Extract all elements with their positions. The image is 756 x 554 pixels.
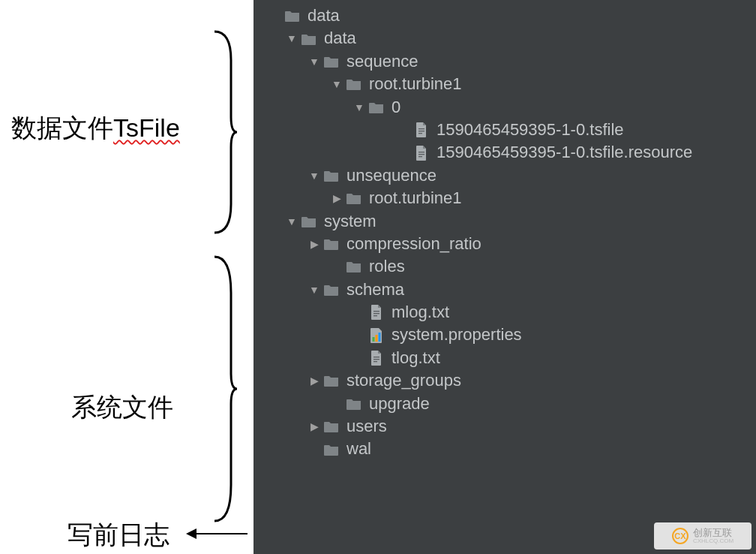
tree-row-label: system [324,210,376,233]
svg-rect-11 [379,333,381,342]
tree-row-label: sequence [346,50,418,73]
tree-row[interactable]: data [254,5,756,27]
label-tsfile-text: TsFile [113,113,180,142]
file-icon [412,145,430,161]
chevron-right-icon[interactable]: ▶ [306,369,322,392]
tree-row-label: schema [346,279,404,301]
label-wal-log: 写前日志 [68,518,170,552]
folder-icon [322,236,340,252]
svg-rect-8 [374,315,377,316]
tree-row-label: users [346,415,387,438]
folder-icon [322,372,340,389]
tree-row[interactable]: upgrade [254,393,756,415]
brace-icon [202,255,237,522]
tree-row[interactable]: ▼0 [254,96,756,119]
brace-icon [202,30,237,234]
chevron-right-icon[interactable]: ▶ [328,187,345,209]
chevron-down-icon[interactable]: ▼ [306,50,322,73]
svg-rect-7 [374,313,380,314]
chevron-down-icon[interactable]: ▼ [328,73,345,95]
svg-rect-14 [374,361,377,362]
tree-row[interactable]: ▶users [254,415,756,438]
tree-row[interactable]: wal [254,438,756,460]
label-data-files-text: 数据文件 [11,113,113,142]
tree-row-label: roles [369,255,405,278]
folder-icon [300,213,318,230]
watermark-logo-icon: CX [672,528,688,544]
tree-row[interactable]: 1590465459395-1-0.tsfile.resource [254,141,756,164]
chevron-down-icon[interactable]: ▼ [351,96,368,119]
tree-row-label: root.turbine1 [369,73,462,95]
chevron-down-icon[interactable]: ▼ [284,210,300,233]
tree-row[interactable]: system.properties [254,324,756,346]
tree-row-label: data [308,5,340,27]
label-system-files: 系统文件 [71,390,173,425]
tree-row[interactable]: tlog.txt [254,347,756,369]
tree-row-label: tlog.txt [392,347,440,369]
tree-row-label: mlog.txt [392,301,449,324]
label-wal-log-text: 写前日志 [68,520,170,549]
folder-icon [322,282,340,298]
svg-rect-2 [418,133,422,134]
tree-row[interactable]: ▼schema [254,279,756,301]
tree-row[interactable]: ▶compression_ratio [254,233,756,255]
svg-rect-0 [418,128,424,129]
svg-rect-4 [418,154,424,155]
chevron-right-icon[interactable]: ▶ [306,233,322,255]
properties-file-icon [368,327,386,344]
watermark-sub: CXHLCQ.COM [693,537,734,544]
watermark: CX 创新互联 CXHLCQ.COM [654,522,752,549]
svg-rect-6 [374,311,380,312]
folder-icon [345,396,363,412]
svg-rect-5 [418,156,422,157]
tree-row-label: unsequence [346,164,436,187]
tree-row-label: storage_groups [346,369,461,392]
tree-row[interactable]: ▼unsequence [254,164,756,187]
tree-row-label: wal [346,438,371,460]
svg-rect-12 [374,357,380,357]
tree-row-label: data [324,27,356,50]
folder-icon [284,8,302,24]
tree-row[interactable]: ▼sequence [254,50,756,73]
folder-icon [345,76,363,92]
chevron-right-icon[interactable]: ▶ [306,415,322,438]
tree-row-label: 1590465459395-1-0.tsfile.resource [436,141,692,164]
tree-row-label: 1590465459395-1-0.tsfile [436,119,624,141]
tree-row[interactable]: ▼root.turbine1 [254,73,756,95]
folder-icon [345,190,363,206]
tree-row[interactable]: ▶root.turbine1 [254,187,756,209]
tree-row[interactable]: roles [254,255,756,278]
label-data-files: 数据文件TsFile [11,111,180,146]
folder-icon [368,99,386,116]
file-icon [368,350,386,366]
tree-row[interactable]: 1590465459395-1-0.tsfile [254,119,756,141]
chevron-down-icon[interactable]: ▼ [284,27,300,50]
label-system-files-text: 系统文件 [71,393,173,421]
labels-column: 数据文件TsFile 系统文件 写前日志 [0,0,254,554]
folder-icon [345,258,363,275]
tree-row-label: system.properties [392,324,522,346]
tree-row-label: compression_ratio [346,233,482,255]
folder-icon [322,441,340,458]
tree-row-label: 0 [392,96,400,119]
tree-row[interactable]: ▼system [254,210,756,233]
folder-icon [322,418,340,435]
file-icon [368,304,386,321]
svg-rect-13 [374,359,380,360]
tree-row-label: root.turbine1 [369,187,462,209]
tree-row[interactable]: mlog.txt [254,301,756,324]
file-tree-panel: data▼data▼sequence▼root.turbine1▼0159046… [254,0,756,554]
folder-icon [322,53,340,70]
svg-rect-10 [376,335,378,342]
tree-row[interactable]: ▶storage_groups [254,369,756,392]
tree-row[interactable]: ▼data [254,27,756,50]
watermark-main: 创新互联 [693,528,734,537]
chevron-down-icon[interactable]: ▼ [306,164,322,187]
svg-rect-3 [418,152,424,152]
chevron-down-icon[interactable]: ▼ [306,279,322,301]
arrow-left-icon [188,533,248,534]
svg-rect-9 [373,337,375,342]
svg-rect-1 [418,131,424,131]
tree-row-label: upgrade [369,393,430,415]
folder-icon [322,167,340,184]
